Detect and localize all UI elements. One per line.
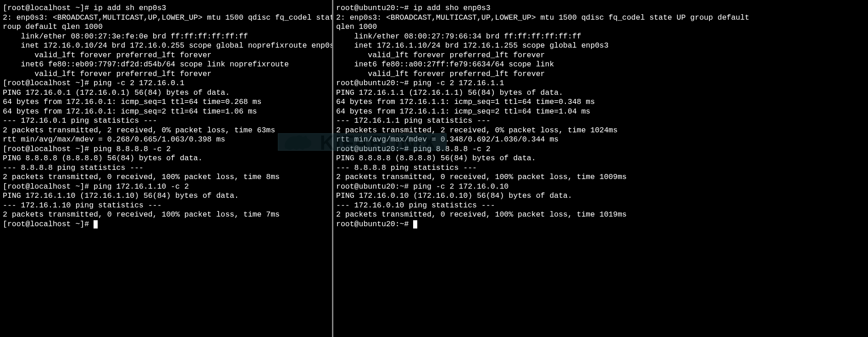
terminal-line: 2 packets transmitted, 2 received, 0% pa… xyxy=(336,126,865,136)
terminal-line: 2: enp0s3: <BROADCAST,MULTICAST,UP,LOWER… xyxy=(3,13,329,23)
terminal-line: [root@localhost ~]# xyxy=(3,220,329,229)
terminal-line: 2 packets transmitted, 0 received, 100% … xyxy=(3,210,329,220)
terminal-line: --- 172.16.1.1 ping statistics --- xyxy=(336,116,865,126)
terminal-line: 2 packets transmitted, 0 received, 100% … xyxy=(3,173,329,182)
terminal-line: --- 172.16.0.1 ping statistics --- xyxy=(3,116,329,126)
terminal-line: PING 8.8.8.8 (8.8.8.8) 56(84) bytes of d… xyxy=(336,154,865,163)
terminal-line: PING 172.16.0.1 (172.16.0.1) 56(84) byte… xyxy=(3,88,329,98)
terminal-line: 64 bytes from 172.16.1.1: icmp_seq=1 ttl… xyxy=(336,98,865,107)
terminal-line: [root@localhost ~]# ping 172.16.1.10 -c … xyxy=(3,182,329,192)
terminal-line: valid_lft forever preferred_lft forever xyxy=(3,51,329,60)
terminal-line: 64 bytes from 172.16.0.1: icmp_seq=2 ttl… xyxy=(3,107,329,117)
terminal-line: root@ubuntu20:~# xyxy=(336,220,865,229)
terminal-line: inet6 fe80::eb09:7797:df2d:d54b/64 scope… xyxy=(3,60,329,70)
terminal-line: 2 packets transmitted, 2 received, 0% pa… xyxy=(3,126,329,136)
terminal-line: --- 8.8.8.8 ping statistics --- xyxy=(336,163,865,173)
terminal-line: link/ether 08:00:27:79:66:34 brd ff:ff:f… xyxy=(336,32,865,42)
terminal-line: PING 8.8.8.8 (8.8.8.8) 56(84) bytes of d… xyxy=(3,154,329,163)
terminal-line: rtt min/avg/max/mdev = 0.268/0.665/1.063… xyxy=(3,135,329,145)
terminal-line: rtt min/avg/max/mdev = 0.348/0.692/1.036… xyxy=(336,135,865,145)
cursor-icon xyxy=(413,220,417,228)
terminal-line: valid_lft forever preferred_lft forever xyxy=(336,51,865,60)
terminal-line: [root@localhost ~]# ping 8.8.8.8 -c 2 xyxy=(3,145,329,154)
terminal-line: inet6 fe80::a00:27ff:fe79:6634/64 scope … xyxy=(336,60,865,70)
terminal-line: PING 172.16.1.10 (172.16.1.10) 56(84) by… xyxy=(3,191,329,201)
terminal-line: inet 172.16.1.10/24 brd 172.16.1.255 sco… xyxy=(336,41,865,51)
terminal-line: qlen 1000 xyxy=(336,22,865,32)
terminal-line: roup default qlen 1000 xyxy=(3,22,329,32)
terminal-line: [root@localhost ~]# ip add sh enp0s3 xyxy=(3,4,329,13)
terminal-left-pane[interactable]: [root@localhost ~]# ip add sh enp0s32: e… xyxy=(0,0,333,337)
terminal-line: root@ubuntu20:~# ping -c 2 172.16.0.10 xyxy=(336,182,865,192)
terminal-right-pane[interactable]: root@ubuntu20:~# ip add sho enp0s32: enp… xyxy=(333,0,868,337)
terminal-line: 2: enp0s3: <BROADCAST,MULTICAST,UP,LOWER… xyxy=(336,13,865,23)
terminal-line: 2 packets transmitted, 0 received, 100% … xyxy=(336,210,865,220)
terminal-line: root@ubuntu20:~# ip add sho enp0s3 xyxy=(336,4,865,13)
terminal-line: [root@localhost ~]# ping -c 2 172.16.0.1 xyxy=(3,79,329,88)
terminal-line: --- 172.16.0.10 ping statistics --- xyxy=(336,201,865,211)
terminal-line: --- 8.8.8.8 ping statistics --- xyxy=(3,163,329,173)
terminal-line: root@ubuntu20:~# ping 8.8.8.8 -c 2 xyxy=(336,145,865,154)
terminal-line: link/ether 08:00:27:3e:fe:0e brd ff:ff:f… xyxy=(3,32,329,42)
terminal-line: 64 bytes from 172.16.0.1: icmp_seq=1 ttl… xyxy=(3,98,329,107)
terminal-line: 2 packets transmitted, 0 received, 100% … xyxy=(336,173,865,182)
terminal-line: PING 172.16.0.10 (172.16.0.10) 56(84) by… xyxy=(336,191,865,201)
terminal-line: inet 172.16.0.10/24 brd 172.16.0.255 sco… xyxy=(3,41,329,51)
terminal-line: valid_lft forever preferred_lft forever xyxy=(336,70,865,79)
terminal-line: 64 bytes from 172.16.1.1: icmp_seq=2 ttl… xyxy=(336,107,865,117)
terminal-line: PING 172.16.1.1 (172.16.1.1) 56(84) byte… xyxy=(336,88,865,98)
terminal-line: --- 172.16.1.10 ping statistics --- xyxy=(3,201,329,211)
terminal-line: root@ubuntu20:~# ping -c 2 172.16.1.1 xyxy=(336,79,865,88)
cursor-icon xyxy=(94,220,98,228)
terminal-line: valid_lft forever preferred_lft forever xyxy=(3,70,329,79)
